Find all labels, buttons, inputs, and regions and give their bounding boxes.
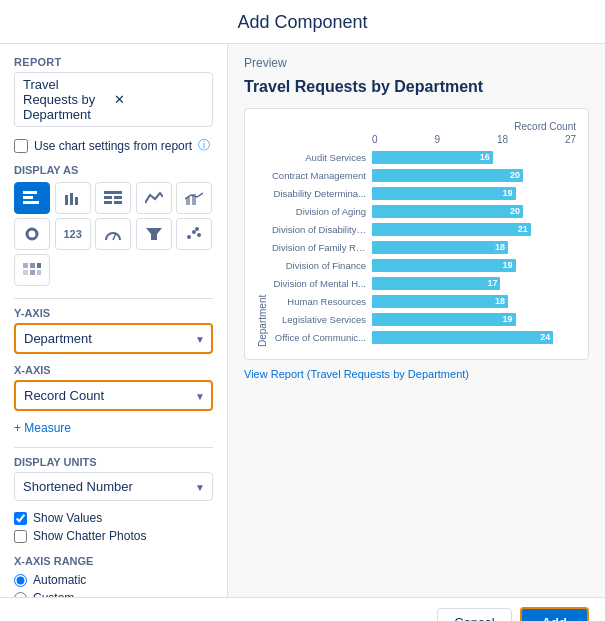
bar-value: 19 <box>503 260 513 270</box>
svg-rect-7 <box>104 196 112 199</box>
chart-type-number[interactable]: 123 <box>55 218 91 250</box>
chart-type-row1 <box>14 182 213 214</box>
bar-row: Disability Determina...19 <box>272 185 576 201</box>
chart-type-line[interactable] <box>136 182 172 214</box>
bar-label: Audit Services <box>272 152 372 163</box>
svg-rect-4 <box>70 193 73 205</box>
report-select[interactable]: Travel Requests by Department ✕ <box>14 72 213 127</box>
bar-row: Division of Aging20 <box>272 203 576 219</box>
bar-row: Contract Management20 <box>272 167 576 183</box>
cancel-button[interactable]: Cancel <box>437 608 511 621</box>
report-label: Report <box>14 56 213 68</box>
xaxis-range-custom-radio[interactable] <box>14 592 27 598</box>
view-report-link[interactable]: View Report (Travel Requests by Departme… <box>244 368 589 380</box>
svg-rect-1 <box>23 196 33 199</box>
bar-fill: 18 <box>372 295 508 308</box>
display-as-label: Display As <box>14 164 213 176</box>
chart-type-scatter[interactable] <box>176 218 212 250</box>
use-chart-settings-checkbox[interactable] <box>14 139 28 153</box>
chart-type-gauge[interactable] <box>95 218 131 250</box>
bar-label: Human Resources <box>272 296 372 307</box>
add-button[interactable]: Add <box>520 607 589 621</box>
svg-rect-20 <box>23 263 28 268</box>
modal: Add Component Report Travel Requests by … <box>0 0 605 621</box>
chart-type-table[interactable] <box>95 182 131 214</box>
yaxis-select[interactable]: Department <box>14 323 213 354</box>
bar-value: 18 <box>495 242 505 252</box>
chart-type-grid[interactable] <box>14 254 50 286</box>
show-values-label: Show Values <box>33 511 102 525</box>
xaxis-select-wrapper: Record Count ▼ <box>14 380 213 411</box>
svg-marker-15 <box>146 228 162 240</box>
chart-type-donut[interactable] <box>14 218 50 250</box>
chart-type-bar-horiz[interactable] <box>14 182 50 214</box>
bar-row: Office of Communic...24 <box>272 329 576 345</box>
show-values-row: Show Values <box>14 511 213 525</box>
bar-fill: 19 <box>372 313 516 326</box>
bar-value: 20 <box>510 170 520 180</box>
bar-fill: 24 <box>372 331 553 344</box>
add-measure-label: + Measure <box>14 421 71 435</box>
svg-rect-21 <box>30 263 35 268</box>
x-axis-ticks: 0 9 18 27 <box>272 134 576 145</box>
svg-rect-6 <box>104 191 122 194</box>
bar-value: 20 <box>510 206 520 216</box>
bar-track: 20 <box>372 205 576 218</box>
modal-footer: Cancel Add <box>0 597 605 621</box>
bar-value: 21 <box>518 224 528 234</box>
bar-track: 19 <box>372 259 576 272</box>
bar-label: Office of Communic... <box>272 332 372 343</box>
use-chart-settings-row: Use chart settings from report ⓘ <box>14 137 213 154</box>
svg-rect-2 <box>23 201 39 204</box>
bar-label: Division of Disability ... <box>272 224 372 235</box>
bar-fill: 19 <box>372 259 516 272</box>
bar-row: Audit Services16 <box>272 149 576 165</box>
svg-rect-25 <box>37 270 41 275</box>
bar-fill: 17 <box>372 277 500 290</box>
right-panel: Preview Travel Requests by Department De… <box>228 44 605 597</box>
chart-type-bar-vert[interactable] <box>55 182 91 214</box>
clear-report-icon[interactable]: ✕ <box>114 92 205 107</box>
xaxis-range-auto-radio[interactable] <box>14 574 27 587</box>
info-icon[interactable]: ⓘ <box>198 137 210 154</box>
show-chatter-checkbox[interactable] <box>14 530 27 543</box>
tick-9: 9 <box>434 134 440 145</box>
bar-track: 19 <box>372 187 576 200</box>
xaxis-label: X-Axis <box>14 364 213 376</box>
report-value: Travel Requests by Department <box>23 77 114 122</box>
display-units-label: Display Units <box>14 456 213 468</box>
xaxis-range-auto-label: Automatic <box>33 573 86 587</box>
tick-18: 18 <box>497 134 508 145</box>
bar-fill: 19 <box>372 187 516 200</box>
xaxis-range-custom-label: Custom <box>33 591 74 597</box>
bar-fill: 18 <box>372 241 508 254</box>
bar-fill: 20 <box>372 205 523 218</box>
bar-track: 24 <box>372 331 576 344</box>
svg-rect-0 <box>23 191 37 194</box>
bars-container: Audit Services16Contract Management20Dis… <box>272 149 576 345</box>
bar-track: 16 <box>372 151 576 164</box>
bar-value: 19 <box>503 188 513 198</box>
bar-track: 19 <box>372 313 576 326</box>
bar-label: Division of Family Re... <box>272 242 372 253</box>
xaxis-range-custom-row: Custom <box>14 591 213 597</box>
bar-label: Legislative Services <box>272 314 372 325</box>
bar-track: 18 <box>372 241 576 254</box>
preview-label: Preview <box>244 56 589 70</box>
bar-fill: 21 <box>372 223 531 236</box>
svg-rect-8 <box>114 196 122 199</box>
bar-row: Division of Finance19 <box>272 257 576 273</box>
chart-type-combo[interactable] <box>176 182 212 214</box>
bar-track: 21 <box>372 223 576 236</box>
xaxis-select[interactable]: Record Count <box>14 380 213 411</box>
show-values-checkbox[interactable] <box>14 512 27 525</box>
bar-value: 19 <box>503 314 513 324</box>
svg-rect-9 <box>104 201 112 204</box>
bar-label: Division of Aging <box>272 206 372 217</box>
chart-type-funnel[interactable] <box>136 218 172 250</box>
svg-rect-3 <box>65 195 68 205</box>
show-chatter-row: Show Chatter Photos <box>14 529 213 543</box>
add-measure-button[interactable]: + Measure <box>14 421 213 435</box>
display-units-select[interactable]: Shortened Number <box>14 472 213 501</box>
chart-type-row3 <box>14 254 213 286</box>
